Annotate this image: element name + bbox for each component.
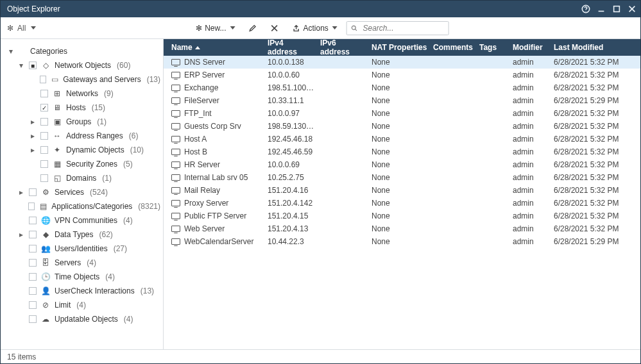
cell-last-modified: 6/28/2021 5:32 PM xyxy=(551,211,640,220)
table-row[interactable]: Exchange198.51.100.11Noneadmin6/28/2021 … xyxy=(164,81,640,94)
tree-item[interactable]: ⊘Limit(4) xyxy=(3,298,160,312)
col-header-comments[interactable]: Comments xyxy=(431,39,477,56)
table-row[interactable]: DNS Server10.0.0.138Noneadmin6/28/2021 5… xyxy=(164,56,640,69)
tree-checkbox[interactable] xyxy=(40,76,47,83)
status-text: 15 items xyxy=(7,352,36,361)
table-row[interactable]: Host A192.45.46.18Noneadmin6/28/2021 5:3… xyxy=(164,133,640,145)
tree-checkbox[interactable] xyxy=(29,231,37,238)
tree-checkbox[interactable] xyxy=(29,301,37,309)
cell-last-modified: 6/28/2021 5:29 PM xyxy=(551,96,640,105)
actions-dropdown[interactable]: Actions xyxy=(288,21,341,35)
disclosure-icon[interactable]: ▸ xyxy=(17,230,25,239)
maximize-icon[interactable] xyxy=(612,4,621,13)
tree-item[interactable]: ▾Categories xyxy=(3,44,160,58)
tree-checkbox[interactable]: ■ xyxy=(29,62,37,69)
tree-checkbox[interactable] xyxy=(40,174,48,182)
tree-item[interactable]: 🌐VPN Communities(4) xyxy=(3,213,160,228)
tree-checkbox[interactable] xyxy=(28,203,35,210)
search-box[interactable] xyxy=(346,21,449,35)
tree-checkbox[interactable] xyxy=(40,160,48,168)
disclosure-icon[interactable]: ▾ xyxy=(17,61,25,70)
disclosure-icon[interactable]: ▸ xyxy=(29,145,37,154)
disclosure-icon[interactable]: ▸ xyxy=(17,188,25,197)
table-row[interactable]: HR Server10.0.0.69Noneadmin6/28/2021 5:3… xyxy=(164,158,640,171)
tree-item[interactable]: ▾■◇Network Objects(60) xyxy=(3,58,160,72)
close-icon[interactable] xyxy=(628,4,637,13)
tree-label: Data Types xyxy=(55,230,93,239)
help-icon[interactable] xyxy=(581,4,590,13)
table-row[interactable]: Mail Relay151.20.4.16Noneadmin6/28/2021 … xyxy=(164,184,640,197)
col-header-name[interactable]: Name xyxy=(169,39,265,56)
window-title: Object Explorer xyxy=(7,4,581,13)
table-row[interactable]: FTP_Int10.0.0.97Noneadmin6/28/2021 5:32 … xyxy=(164,107,640,120)
tree-item[interactable]: ▦Security Zones(5) xyxy=(3,157,160,171)
tree-item[interactable]: 👤UserCheck Interactions(13) xyxy=(3,284,160,298)
tree-checkbox[interactable]: ✓ xyxy=(40,104,48,112)
tree-item[interactable]: ▸✦Dynamic Objects(10) xyxy=(3,143,160,157)
tree-checkbox[interactable] xyxy=(29,217,37,224)
cell-name: FileServer xyxy=(169,96,265,105)
disclosure-icon[interactable]: ▸ xyxy=(29,131,37,140)
tree-checkbox[interactable] xyxy=(29,287,37,295)
cell-ipv4: 10.33.11.1 xyxy=(265,96,318,105)
sort-asc-icon xyxy=(195,46,200,49)
tree-checkbox[interactable] xyxy=(40,118,48,126)
tree-count: (13) xyxy=(147,75,160,84)
host-icon xyxy=(171,72,180,78)
tree-item[interactable]: ▤Applications/Categories(8321) xyxy=(3,199,160,213)
tree-item[interactable]: 🗄Servers(4) xyxy=(3,256,160,270)
tree-checkbox[interactable] xyxy=(40,132,48,140)
delete-button[interactable] xyxy=(266,21,283,35)
search-input[interactable] xyxy=(361,23,444,33)
table-row[interactable]: Proxy Server151.20.4.142Noneadmin6/28/20… xyxy=(164,197,640,210)
tree-checkbox[interactable] xyxy=(40,90,48,97)
tree-item[interactable]: ⊞Networks(9) xyxy=(3,87,160,101)
tree-item[interactable]: ▸◆Data Types(62) xyxy=(3,228,160,242)
new-button[interactable]: ✻ New... xyxy=(192,21,239,35)
cell-ipv4: 10.25.2.75 xyxy=(265,173,318,182)
table-row[interactable]: Internal Lab srv 0510.25.2.75Noneadmin6/… xyxy=(164,171,640,184)
tree-item[interactable]: ☁Updatable Objects(4) xyxy=(3,312,160,326)
tree-checkbox[interactable] xyxy=(29,188,37,196)
cell-name: Public FTP Server xyxy=(169,211,265,220)
filter-dropdown[interactable]: ✻ All xyxy=(7,24,36,33)
tree-item[interactable]: ▸↔Address Ranges(6) xyxy=(3,129,160,143)
host-icon xyxy=(171,200,180,206)
table-row[interactable]: Web Server151.20.4.13Noneadmin6/28/2021 … xyxy=(164,222,640,235)
cell-name: WebCalendarServer xyxy=(169,237,265,246)
col-header-last-modified[interactable]: Last Modified xyxy=(551,39,640,56)
tree-checkbox[interactable] xyxy=(40,146,48,154)
table-row[interactable]: WebCalendarServer10.44.22.3Noneadmin6/28… xyxy=(164,235,640,248)
tree-checkbox[interactable] xyxy=(29,273,37,281)
table-row[interactable]: ERP Server10.0.0.60Noneadmin6/28/2021 5:… xyxy=(164,69,640,81)
col-header-ipv6[interactable]: IPv6 address xyxy=(318,39,369,56)
range-icon: ↔ xyxy=(52,131,62,140)
col-header-ipv4[interactable]: IPv4 address xyxy=(265,39,318,56)
tree-checkbox[interactable] xyxy=(29,245,37,252)
cell-name: Web Server xyxy=(169,224,265,233)
tree-item[interactable]: 🕒Time Objects(4) xyxy=(3,270,160,284)
tree-item[interactable]: ✓🖥Hosts(15) xyxy=(3,101,160,115)
table-row[interactable]: Guests Corp Srv198.59.130.11Noneadmin6/2… xyxy=(164,120,640,133)
disclosure-icon[interactable]: ▾ xyxy=(7,47,15,56)
network-icon: ⊞ xyxy=(52,89,62,98)
col-header-modifier[interactable]: Modifier xyxy=(510,39,551,56)
table-row[interactable]: Host B192.45.46.59Noneadmin6/28/2021 5:3… xyxy=(164,145,640,158)
col-header-nat[interactable]: NAT Properties xyxy=(369,39,431,56)
tree-item[interactable]: ◱Domains(1) xyxy=(3,171,160,185)
tree-item[interactable]: ▭Gateways and Servers(13) xyxy=(3,72,160,87)
tree-checkbox[interactable] xyxy=(29,259,37,267)
table-row[interactable]: FileServer10.33.11.1Noneadmin6/28/2021 5… xyxy=(164,94,640,107)
tree-item[interactable]: ▸⚙Services(524) xyxy=(3,185,160,199)
minimize-icon[interactable] xyxy=(597,4,606,13)
disclosure-icon[interactable]: ▸ xyxy=(29,117,37,126)
table-row[interactable]: Public FTP Server151.20.4.15Noneadmin6/2… xyxy=(164,210,640,222)
col-header-tags[interactable]: Tags xyxy=(477,39,510,56)
edit-button[interactable] xyxy=(244,21,261,35)
tree-label: Categories xyxy=(30,47,67,56)
tree-item[interactable]: ▸▣Groups(1) xyxy=(3,115,160,129)
tree-item[interactable]: 👥Users/Identities(27) xyxy=(3,242,160,256)
cell-last-modified: 6/28/2021 5:32 PM xyxy=(551,83,640,92)
cell-modifier: admin xyxy=(510,96,551,105)
tree-checkbox[interactable] xyxy=(29,315,37,323)
